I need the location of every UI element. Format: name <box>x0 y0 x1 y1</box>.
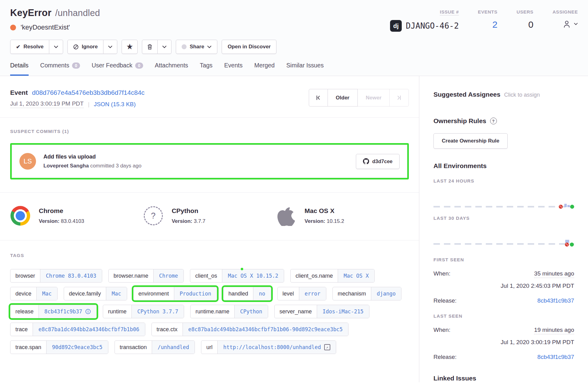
tag-pill-runtime: runtimeCPython 3.7.7 <box>103 305 184 318</box>
tag-value-link[interactable]: Chrome <box>154 269 183 282</box>
action-bar: ✔ Resolve Ignore <box>10 40 276 54</box>
apple-icon <box>276 206 296 226</box>
when-label: When: <box>433 327 450 333</box>
tab-count-badge: 0 <box>135 62 143 69</box>
release-label: Release: <box>433 354 457 360</box>
tag-value-link[interactable]: Production <box>174 287 217 300</box>
issue-tabs: DetailsComments0User Feedback0Attachment… <box>10 62 578 76</box>
older-event-button[interactable]: Older <box>328 89 358 107</box>
last-seen-release-link[interactable]: 8cb43f1c9b37 <box>538 354 574 360</box>
delete-button[interactable] <box>142 40 158 54</box>
tab-label: Similar Issues <box>286 62 324 69</box>
first-seen-marker <box>559 205 563 209</box>
last-seen-marker <box>570 205 574 209</box>
event-json-link[interactable]: JSON (15.3 KB) <box>94 101 136 108</box>
tag-value-link[interactable]: CPython 3.7.7 <box>132 305 184 318</box>
tag-value-link[interactable]: error <box>299 287 326 300</box>
event-id-link[interactable]: d08d7667e4a5476eb3b3db6d7f14c84c <box>32 89 145 96</box>
external-link-icon[interactable]: ↗ <box>324 344 330 350</box>
skip-to-latest-button[interactable] <box>390 89 409 107</box>
oldest-event-button[interactable] <box>309 89 328 107</box>
meta-separator: | <box>88 101 90 108</box>
tag-key: client_os.name <box>291 269 338 282</box>
newer-event-button[interactable]: Newer <box>358 89 390 107</box>
tag-value-link[interactable]: Mac OS X 10.15.2 <box>222 269 284 282</box>
tab-label: User Feedback <box>92 62 132 69</box>
assignee-selector[interactable] <box>553 19 578 29</box>
events-count[interactable]: 2 <box>478 19 497 30</box>
tag-key: server_name <box>275 305 317 318</box>
tag-value-link[interactable]: Mac <box>106 287 127 300</box>
tag-key: handled <box>224 287 253 300</box>
resolve-button-group: ✔ Resolve <box>10 40 63 54</box>
chrome-icon <box>10 206 30 226</box>
tag-value-link[interactable]: 90d892c9eace3bc5 <box>46 341 108 354</box>
tab-merged[interactable]: Merged <box>254 62 275 76</box>
ignore-button[interactable]: Ignore <box>67 40 103 54</box>
last-30-days-chart[interactable] <box>433 221 574 248</box>
tag-pill-device.family: device.familyMac <box>64 287 127 300</box>
users-count[interactable]: 0 <box>517 19 534 30</box>
all-environments-heading: All Environments <box>433 162 574 170</box>
resolve-button[interactable]: ✔ Resolve <box>10 40 49 54</box>
ignore-dropdown-button[interactable] <box>103 40 117 54</box>
tab-similar-issues[interactable]: Similar Issues <box>286 62 324 76</box>
commit-author: Lovepreet Sangha <box>43 163 89 169</box>
tab-user-feedback[interactable]: User Feedback0 <box>92 62 143 76</box>
tag-pill-client_os.name: client_os.nameMac OS X <box>290 269 375 283</box>
bookmark-button[interactable]: ★ <box>122 40 138 54</box>
tab-label: Details <box>10 62 29 69</box>
tag-pill-mechanism: mechanismdjango <box>332 287 401 300</box>
tag-value-link[interactable]: e8c87ba1dc494bb2a4346bcfbf7b1b06-90d892c… <box>183 323 348 336</box>
context-version: 10.15.2 <box>327 218 344 224</box>
event-pagination: Older Newer <box>309 89 409 107</box>
stat-assignee: ASSIGNEE <box>553 9 578 29</box>
tag-pill-browser.name: browser.nameChrome <box>108 269 184 283</box>
tag-value-link[interactable]: CPython <box>235 305 268 318</box>
context-name: Mac OS X <box>304 207 344 215</box>
open-in-discover-button[interactable]: Open in Discover <box>222 40 276 54</box>
share-button[interactable]: Share <box>176 40 217 54</box>
chevron-down-icon <box>108 46 112 48</box>
resolve-dropdown-button[interactable] <box>49 40 63 54</box>
create-ownership-rule-button[interactable]: Create Ownership Rule <box>433 133 508 149</box>
tag-value-link[interactable]: no <box>253 287 271 300</box>
tag-pill-handled: handledno <box>223 287 271 300</box>
tab-events[interactable]: Events <box>224 62 243 76</box>
first-seen-relative: 35 minutes ago <box>534 270 574 278</box>
last-24-hours-chart[interactable] <box>433 183 574 211</box>
last-seen-heading: LAST SEEN <box>433 313 574 319</box>
tab-comments[interactable]: Comments0 <box>40 62 80 76</box>
tab-tags[interactable]: Tags <box>200 62 212 76</box>
help-icon[interactable]: ? <box>490 118 497 124</box>
last-seen-relative: 19 minutes ago <box>534 327 574 334</box>
tag-value-link[interactable]: e8c87ba1dc494bb2a4346bcfbf7b1b06 <box>33 323 145 336</box>
first-seen-release-link[interactable]: 8cb43f1c9b37 <box>538 297 574 304</box>
tab-attachments[interactable]: Attachments <box>155 62 188 76</box>
tag-key: trace.ctx <box>152 323 183 336</box>
tag-key: device <box>10 287 37 300</box>
commit-sha-button[interactable]: d3d7cee <box>356 154 400 169</box>
tag-key: mechanism <box>333 287 371 300</box>
when-label: When: <box>433 270 450 277</box>
tag-value-link[interactable]: http://localhost:8000/unhandled↗ <box>218 341 336 354</box>
tag-value-link[interactable]: 8cb43f1c9b37 <box>39 305 96 318</box>
tag-value-link[interactable]: django <box>371 287 401 300</box>
tag-value-link[interactable]: Mac OS X <box>338 269 374 282</box>
tab-details[interactable]: Details <box>10 62 29 76</box>
tag-key: environment <box>134 287 174 300</box>
tag-pill-client_os: client_osMac OS X 10.15.2 <box>190 269 284 283</box>
delete-dropdown-button[interactable] <box>158 40 171 54</box>
tag-pill-browser: browserChrome 83.0.4103 <box>10 269 102 283</box>
tags-heading: TAGS <box>10 253 409 258</box>
tag-value-link[interactable]: Mac <box>37 287 57 300</box>
tag-value-link[interactable]: /unhandled <box>152 341 195 354</box>
info-icon[interactable] <box>85 309 91 314</box>
tag-key: runtime <box>103 305 132 318</box>
commit-row: LS Add files via upload Lovepreet Sangha… <box>12 145 407 178</box>
tag-value-link[interactable]: Idos-iMac-215 <box>317 305 369 318</box>
skip-to-first-icon <box>316 95 321 100</box>
event-context-summary: Chrome Version: 83.0.4103 ? CPython Vers… <box>0 193 419 240</box>
unknown-runtime-icon: ? <box>143 206 163 226</box>
tag-value-link[interactable]: Chrome 83.0.4103 <box>40 269 102 282</box>
